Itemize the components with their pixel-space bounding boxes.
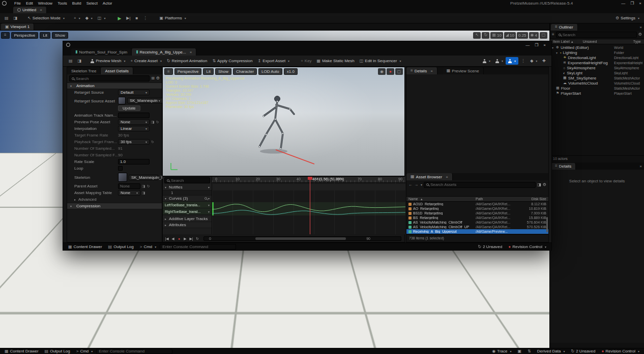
update-button[interactable]: Update	[118, 105, 140, 111]
asset-search[interactable]	[424, 182, 536, 188]
cinematics-button[interactable]: ◫▾	[95, 14, 108, 22]
expander-icon[interactable]: ▸	[165, 223, 169, 227]
preview-options-button[interactable]: ≡	[164, 68, 173, 75]
camera-follow-button[interactable]: ◉	[378, 68, 386, 75]
play-button[interactable]: ▶	[115, 14, 124, 22]
quick-add-button[interactable]: +▾	[71, 14, 83, 22]
track-curves[interactable]: ▾Curves (3)▾	[163, 196, 212, 202]
skeleton-dropdown[interactable]: SK_Mannequin_...▾	[129, 175, 158, 180]
outliner-row-heightfog[interactable]: ≋ExponentialHeightFogExponentialHeightFo…	[550, 60, 644, 65]
asset-row[interactable]: AS_VelocityMatching_ClimbOff/All/Game/QA…	[406, 220, 548, 225]
column-name[interactable]: Name ▲	[408, 197, 476, 201]
loop-button[interactable]: ↻	[194, 236, 200, 242]
anim-preview-viewport[interactable]: ≡ Perspective Lit Show Character LOD Aut…	[162, 67, 405, 176]
asset-row[interactable]: AO1D_Retargeting/All/Game/QA/IKRet...8.1…	[406, 202, 548, 206]
preview-pose-asset-dropdown[interactable]: None▾	[118, 119, 150, 125]
editor-prefs-button[interactable]: ▣	[515, 348, 524, 354]
outliner-row-playerstart[interactable]: ⚑PlayerStartPlayerStart	[550, 91, 644, 96]
chevron-down-icon[interactable]: ▾	[208, 185, 210, 189]
viewport-options-button[interactable]: ≡	[1, 32, 10, 39]
track-filter-input[interactable]	[171, 178, 208, 183]
reimport-button[interactable]: ↻Reimport Animation	[164, 57, 210, 65]
close-tab-icon[interactable]: ×	[190, 50, 192, 55]
playhead-handle[interactable]	[308, 177, 312, 180]
column-disk-size[interactable]: Disk Size	[532, 197, 546, 201]
wand-button[interactable]: ✚	[540, 57, 548, 65]
minimize-icon[interactable]: —	[619, 0, 628, 6]
output-log-button[interactable]: ▤Output Log	[42, 348, 73, 354]
close-icon[interactable]: ×	[541, 42, 548, 48]
character-options-1[interactable]: ▾	[480, 57, 493, 65]
asset-row[interactable]: BS1D_Retargeting/All/Game/QA/IKRet...7.0…	[406, 211, 548, 215]
edit-in-sequencer-dropdown[interactable]: ◫Edit in Sequencer▾	[357, 57, 404, 65]
rate-scale-input[interactable]: 1.0	[118, 159, 150, 165]
grid-view-icon[interactable]: ⊞	[151, 76, 155, 80]
preview-lit-dropdown[interactable]: Lit	[203, 68, 213, 75]
scale-snap-button[interactable]: 0.25	[517, 32, 528, 39]
cmd-dropdown[interactable]: >Cmd▾	[137, 243, 159, 250]
chevron-down-icon[interactable]: ▾	[208, 203, 210, 207]
track-notifies-sub[interactable]: 1	[163, 190, 212, 196]
close-panel-icon[interactable]: ×	[639, 164, 642, 169]
record-button[interactable]: ●	[387, 68, 394, 75]
chevron-down-icon[interactable]: ▾	[208, 210, 210, 213]
rotation-snap-button[interactable]: ◢10	[504, 32, 516, 39]
revision-control-dropdown[interactable]: ●Revision Control▾	[506, 243, 549, 250]
playback-speed-dropdown[interactable]: x1.0	[284, 68, 298, 75]
expander-icon[interactable]: ▾	[165, 185, 169, 189]
asset-row-selected[interactable]: Receiving_A_Big_Uppercut/All/Game/Previe…	[406, 229, 548, 234]
outliner-row-skysphere[interactable]: ▦SM_SkySphereStaticMeshActor	[550, 75, 644, 80]
save-button[interactable]: ▤	[66, 57, 75, 65]
column-type[interactable]: Type	[633, 40, 641, 43]
asset-browser-columns[interactable]: Name ▲ Path Disk Size	[406, 196, 548, 202]
outliner-row-floor[interactable]: ▦FloorStaticMeshActor	[550, 86, 644, 91]
apply-compression-button[interactable]: ⇅Apply Compression	[210, 57, 255, 65]
track-canvas[interactable]	[212, 183, 405, 234]
rotate-tool-button[interactable]: ↻	[482, 32, 489, 39]
close-tab-icon[interactable]: ×	[40, 8, 42, 12]
track-additive[interactable]: ▸Additive Layer Tracks	[163, 216, 212, 222]
advanced-expander[interactable]: ▸ Advanced	[67, 196, 162, 203]
content-drawer-button[interactable]: ▦Content Drawer	[66, 243, 105, 250]
maximize-icon[interactable]: ❐	[628, 0, 636, 6]
asset-thumbnail[interactable]	[118, 97, 126, 104]
outliner-settings-icon[interactable]: ⚙	[638, 33, 642, 37]
doc-tab-northern-soul[interactable]: ▮ Northern_Soul_Floor_Spin	[71, 48, 132, 56]
clear-icon[interactable]: ↻	[147, 184, 150, 188]
scrollbar-thumb[interactable]	[546, 217, 548, 232]
track-attributes[interactable]: ▸Attributes	[163, 222, 212, 228]
settings-dropdown[interactable]: ⚙ Settings ▾	[613, 14, 642, 22]
preview-lod-dropdown[interactable]: LOD Auto	[258, 68, 282, 75]
chevron-down-icon[interactable]: ▾	[208, 197, 210, 200]
editor-mode-dropdown[interactable]: ↖ Selection Mode ▾	[25, 14, 67, 22]
track-filter[interactable]	[164, 177, 210, 183]
pose-options-button[interactable]: ◆▾	[528, 57, 540, 65]
playback-target-dropdown[interactable]: 30 fps▾	[118, 139, 150, 145]
skip-button[interactable]: ▶|	[124, 14, 133, 22]
menu-tools[interactable]: Tools	[55, 0, 70, 6]
step-back-button[interactable]: ◀	[170, 236, 176, 242]
menu-actor[interactable]: Actor	[100, 0, 115, 6]
retarget-source-dropdown[interactable]: Default▾	[118, 90, 150, 95]
console-input[interactable]	[162, 244, 233, 249]
asset-details-search-input[interactable]	[76, 76, 147, 81]
track-curve-left-toe[interactable]: LeftToeBase_transla...▾	[163, 202, 212, 208]
record-button[interactable]: ●	[176, 236, 182, 242]
column-item-label[interactable]: Item Label	[553, 40, 570, 43]
outliner-search[interactable]	[556, 32, 637, 38]
to-front-button[interactable]: |◀	[164, 236, 170, 242]
stop-button[interactable]: ■	[133, 14, 141, 22]
maximize-viewport-button[interactable]: ▢	[540, 32, 547, 39]
maximize-preview-button[interactable]: ▢	[395, 68, 403, 75]
close-tab-icon[interactable]: ×	[430, 69, 433, 73]
minimize-icon[interactable]: —	[523, 42, 532, 48]
column-unsaved[interactable]: Unsaved	[583, 40, 597, 43]
asset-search-input[interactable]	[430, 182, 533, 187]
preview-perspective-dropdown[interactable]: Perspective	[174, 68, 202, 75]
browse-button[interactable]: ◨	[75, 57, 84, 65]
retarget-active-button[interactable]: ▾	[506, 57, 518, 65]
menu-edit[interactable]: Edit	[23, 0, 36, 6]
outliner-row-directionallight[interactable]: ☀DirectionalLightDirectionalLight	[550, 55, 644, 60]
history-dropdown-icon[interactable]: ▾	[421, 183, 422, 186]
camera-speed-button[interactable]: ◉4	[529, 32, 539, 39]
